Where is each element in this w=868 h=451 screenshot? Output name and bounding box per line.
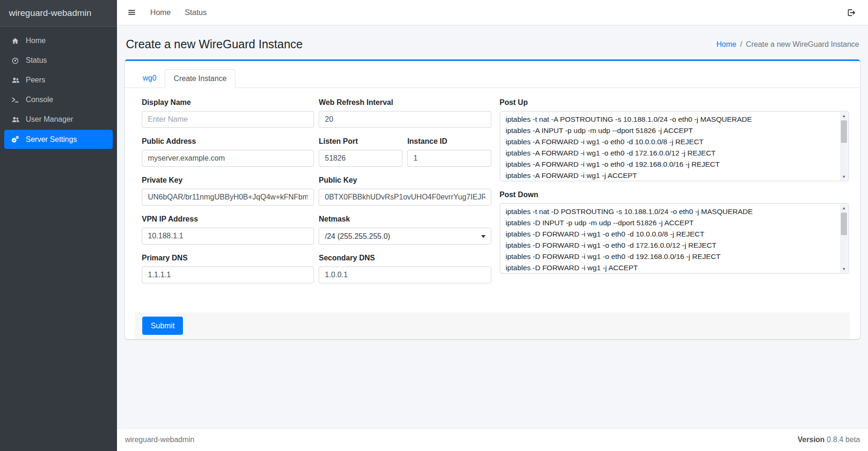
listen-port-field: Listen Port (319, 137, 402, 167)
web-refresh-label: Web Refresh Interval (319, 98, 491, 107)
display-name-label: Display Name (142, 98, 314, 107)
post-down-label: Post Down (500, 191, 849, 199)
post-up-textarea[interactable]: iptables -t nat -A POSTROUTING -s 10.188… (500, 111, 849, 181)
users-icon (10, 76, 20, 84)
tab-create-instance[interactable]: Create Instance (165, 69, 235, 88)
primary-dns-label: Primary DNS (142, 254, 314, 262)
instance-tabs: wg0 Create Instance (125, 61, 860, 88)
public-address-label: Public Address (142, 137, 314, 146)
public-address-field: Public Address (142, 137, 314, 167)
private-key-field: Private Key (142, 176, 314, 206)
create-instance-card: wg0 Create Instance Display Name Web Ref… (125, 59, 860, 339)
sidebar-item-home[interactable]: Home (4, 31, 113, 50)
sidebar-item-label: Peers (26, 76, 45, 84)
main-column: Home Status Create a new WireGuard Insta… (117, 0, 868, 451)
sidebar-item-label: Server Settings (26, 135, 77, 144)
secondary-dns-input[interactable] (319, 266, 491, 283)
sidebar-item-status[interactable]: Status (4, 51, 113, 70)
users-icon (10, 115, 20, 124)
web-refresh-field: Web Refresh Interval (319, 98, 491, 128)
listen-port-input[interactable] (319, 150, 402, 167)
gears-icon (10, 135, 20, 144)
footer-version: Version 0.8.4 beta (798, 436, 860, 444)
tab-wg0[interactable]: wg0 (134, 69, 165, 88)
instance-form: Display Name Web Refresh Interval Public… (125, 88, 860, 297)
top-navbar: Home Status (117, 0, 868, 25)
scrollbar-thumb[interactable] (841, 120, 847, 143)
netmask-field: Netmask /24 (255.255.255.0) (319, 215, 491, 244)
terminal-icon (10, 96, 20, 104)
form-right-column: Post Up iptables -t nat -A POSTROUTING -… (500, 98, 849, 293)
hamburger-icon[interactable] (127, 8, 136, 17)
private-key-label: Private Key (142, 176, 314, 185)
page-footer: wireguard-webadmin Version 0.8.4 beta (117, 428, 868, 451)
netmask-select-wrap: /24 (255.255.255.0) (319, 228, 491, 244)
vpn-ip-label: VPN IP Address (142, 215, 314, 223)
breadcrumb-home-link[interactable]: Home (716, 40, 737, 49)
instance-id-label: Instance ID (407, 137, 491, 146)
app-root: wireguard-webadmin Home Status Peers (0, 0, 868, 451)
instance-id-input[interactable] (407, 150, 491, 167)
scrollbar-track[interactable] (840, 119, 848, 173)
sidebar-nav: Home Status Peers Console (0, 27, 117, 155)
gauge-icon (10, 57, 20, 65)
primary-dns-input[interactable] (142, 266, 314, 283)
scroll-up-icon[interactable]: ▲ (840, 112, 848, 119)
private-key-input[interactable] (142, 189, 314, 206)
scroll-up-icon[interactable]: ▲ (840, 204, 848, 212)
secondary-dns-label: Secondary DNS (319, 254, 491, 262)
web-refresh-input[interactable] (319, 111, 491, 128)
public-key-field: Public Key (319, 176, 491, 206)
display-name-field: Display Name (142, 98, 314, 128)
topnav-link-home[interactable]: Home (150, 8, 171, 17)
vpn-ip-field: VPN IP Address (142, 215, 314, 244)
sidebar-item-user-manager[interactable]: User Manager (4, 110, 113, 129)
scroll-down-icon[interactable]: ▼ (840, 173, 848, 180)
listen-port-label: Listen Port (319, 137, 402, 146)
sidebar-item-label: User Manager (26, 115, 73, 124)
netmask-select[interactable]: /24 (255.255.255.0) (319, 228, 491, 244)
breadcrumb-current: Create a new WireGuard Instance (746, 40, 859, 49)
breadcrumb: Home / Create a new WireGuard Instance (716, 40, 859, 49)
home-icon (10, 37, 20, 45)
sidebar-item-console[interactable]: Console (4, 90, 113, 109)
breadcrumb-separator: / (740, 40, 742, 49)
sidebar-item-label: Home (26, 37, 46, 45)
instance-id-field: Instance ID (407, 137, 491, 167)
primary-dns-field: Primary DNS (142, 254, 314, 283)
netmask-label: Netmask (319, 215, 491, 223)
display-name-input[interactable] (142, 111, 314, 128)
port-and-id-field: Listen Port Instance ID (319, 137, 491, 167)
post-up-text: iptables -t nat -A POSTROUTING -s 10.188… (506, 114, 838, 180)
footer-version-label: Version (798, 436, 825, 444)
sidebar: wireguard-webadmin Home Status Peers (0, 0, 117, 451)
submit-button[interactable]: Submit (142, 317, 183, 335)
page-title: Create a new WireGuard Instance (126, 37, 303, 51)
post-down-text: iptables -t nat -D POSTROUTING -s 10.188… (506, 206, 838, 272)
public-key-label: Public Key (319, 176, 491, 185)
post-down-field: Post Down iptables -t nat -D POSTROUTING… (500, 191, 849, 274)
secondary-dns-field: Secondary DNS (319, 254, 491, 283)
public-key-input[interactable] (319, 189, 491, 206)
sidebar-item-peers[interactable]: Peers (4, 71, 113, 89)
content-area: Create a new WireGuard Instance Home / C… (117, 25, 868, 428)
post-up-scrollbar[interactable]: ▲ ▼ (840, 112, 848, 180)
brand-link[interactable]: wireguard-webadmin (0, 0, 117, 27)
logout-icon[interactable] (846, 8, 856, 17)
post-up-label: Post Up (500, 98, 849, 107)
page-header: Create a new WireGuard Instance Home / C… (125, 37, 860, 51)
post-down-textarea[interactable]: iptables -t nat -D POSTROUTING -s 10.188… (500, 203, 849, 274)
sidebar-item-label: Status (26, 56, 47, 65)
scrollbar-track[interactable] (840, 212, 848, 265)
footer-app-name: wireguard-webadmin (125, 436, 195, 444)
scrollbar-thumb[interactable] (841, 213, 847, 235)
sidebar-item-label: Console (26, 96, 53, 104)
scroll-down-icon[interactable]: ▼ (840, 265, 848, 273)
footer-version-value: 0.8.4 beta (827, 436, 860, 444)
vpn-ip-input[interactable] (142, 228, 314, 244)
public-address-input[interactable] (142, 150, 314, 167)
topnav-link-status[interactable]: Status (185, 8, 207, 17)
form-actions: Submit (135, 312, 850, 339)
sidebar-item-server-settings[interactable]: Server Settings (4, 130, 113, 149)
post-down-scrollbar[interactable]: ▲ ▼ (840, 204, 848, 273)
